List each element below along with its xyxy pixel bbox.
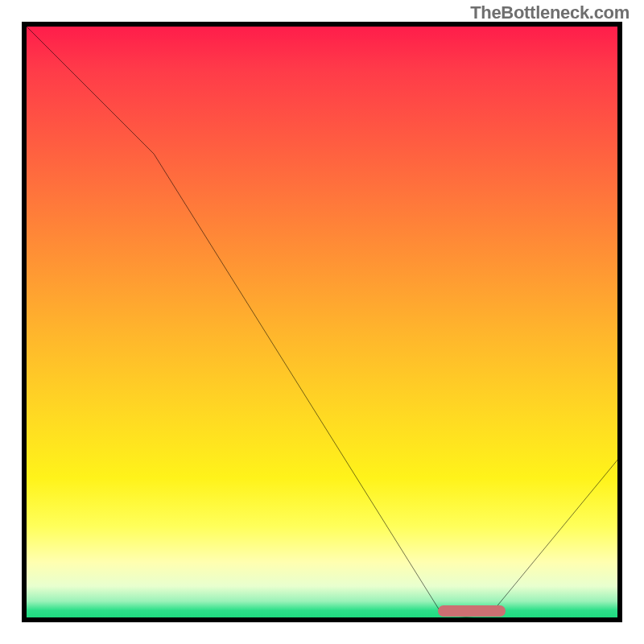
plot-frame — [22, 22, 622, 622]
attribution-text: TheBottleneck.com — [470, 2, 630, 23]
chart-container: TheBottleneck.com — [0, 0, 644, 644]
plot-area — [22, 22, 622, 622]
